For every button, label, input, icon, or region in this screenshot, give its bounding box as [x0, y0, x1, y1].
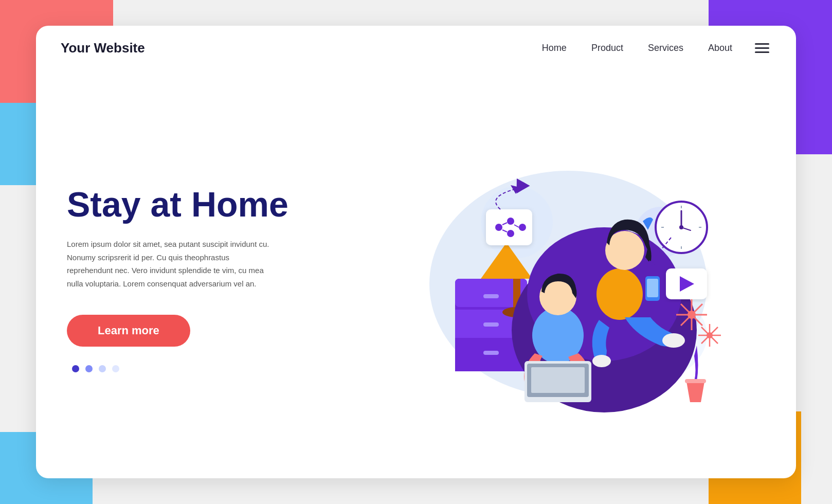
svg-point-29 — [507, 230, 514, 237]
svg-point-17 — [662, 333, 685, 348]
dot-2[interactable] — [85, 365, 93, 372]
svg-rect-8 — [483, 294, 499, 298]
svg-point-27 — [495, 224, 502, 231]
svg-rect-20 — [647, 279, 658, 297]
navigation: Home Product Services About — [542, 43, 732, 53]
nav-item-home[interactable]: Home — [542, 43, 567, 53]
svg-point-28 — [507, 218, 514, 225]
content-area: Stay at Home Lorem ipsum dolor sit amet,… — [36, 70, 796, 477]
hero-description: Lorem ipsum dolor sit amet, sea putant s… — [67, 238, 273, 290]
svg-rect-57 — [685, 379, 706, 383]
illustration-svg — [373, 130, 733, 418]
dot-3[interactable] — [99, 365, 106, 372]
svg-rect-25 — [531, 367, 585, 393]
svg-rect-9 — [483, 322, 499, 327]
nav-item-about[interactable]: About — [708, 43, 732, 53]
header: Your Website Home Product Services About — [36, 26, 796, 70]
pagination-dots — [72, 365, 334, 372]
svg-point-18 — [592, 355, 611, 367]
left-content: Stay at Home Lorem ipsum dolor sit amet,… — [67, 91, 334, 456]
hamburger-line-3 — [755, 51, 769, 53]
hero-title: Stay at Home — [67, 185, 334, 224]
learn-more-button[interactable]: Learn more — [67, 315, 190, 347]
svg-point-51 — [688, 311, 696, 319]
svg-point-56 — [707, 332, 713, 338]
svg-rect-10 — [483, 351, 499, 355]
logo: Your Website — [61, 40, 145, 56]
hamburger-line-2 — [755, 47, 769, 49]
hamburger-line-1 — [755, 43, 769, 45]
hamburger-menu[interactable] — [753, 41, 771, 55]
hero-illustration — [334, 91, 771, 456]
main-card: Your Website Home Product Services About… — [36, 26, 796, 478]
nav-item-services[interactable]: Services — [648, 43, 683, 53]
svg-point-30 — [519, 224, 526, 231]
nav-item-product[interactable]: Product — [591, 43, 623, 53]
svg-point-15 — [596, 268, 643, 320]
dot-1[interactable] — [72, 365, 79, 372]
dot-4[interactable] — [112, 365, 119, 372]
